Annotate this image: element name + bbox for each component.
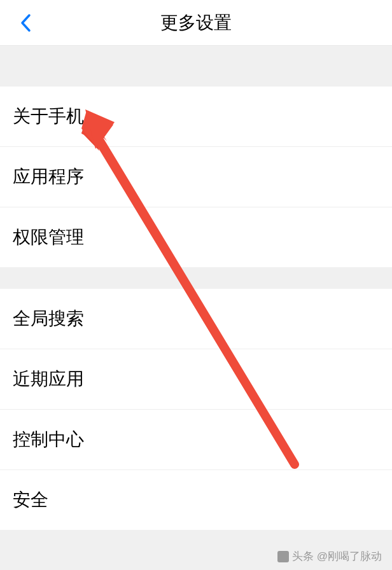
settings-item-label: 安全 (13, 490, 48, 510)
settings-item-label: 全局搜索 (13, 309, 84, 328)
section-gap (0, 267, 392, 289)
watermark: 头条 @刚喝了脉动 (277, 549, 382, 564)
settings-item-global-search[interactable]: 全局搜索 (0, 289, 392, 349)
section-gap (0, 530, 392, 552)
settings-item-about-phone[interactable]: 关于手机 (0, 87, 392, 147)
settings-item-label: 控制中心 (13, 429, 84, 449)
watermark-text: 头条 @刚喝了脉动 (292, 549, 382, 564)
page-title: 更多设置 (0, 11, 392, 35)
settings-item-label: 应用程序 (13, 167, 84, 186)
settings-item-label: 关于手机 (13, 106, 84, 126)
back-button[interactable] (13, 10, 38, 36)
settings-item-recent-apps[interactable]: 近期应用 (0, 349, 392, 410)
settings-group-1: 关于手机 应用程序 权限管理 (0, 87, 392, 267)
settings-item-label: 近期应用 (13, 369, 84, 389)
settings-item-control-center[interactable]: 控制中心 (0, 410, 392, 470)
header: 更多设置 (0, 0, 392, 46)
settings-item-label: 权限管理 (13, 227, 84, 247)
settings-item-security[interactable]: 安全 (0, 470, 392, 530)
watermark-icon (277, 551, 289, 562)
settings-group-2: 全局搜索 近期应用 控制中心 安全 (0, 289, 392, 530)
section-gap (0, 46, 392, 87)
chevron-left-icon (20, 13, 31, 32)
settings-item-applications[interactable]: 应用程序 (0, 147, 392, 207)
settings-item-permissions[interactable]: 权限管理 (0, 207, 392, 267)
